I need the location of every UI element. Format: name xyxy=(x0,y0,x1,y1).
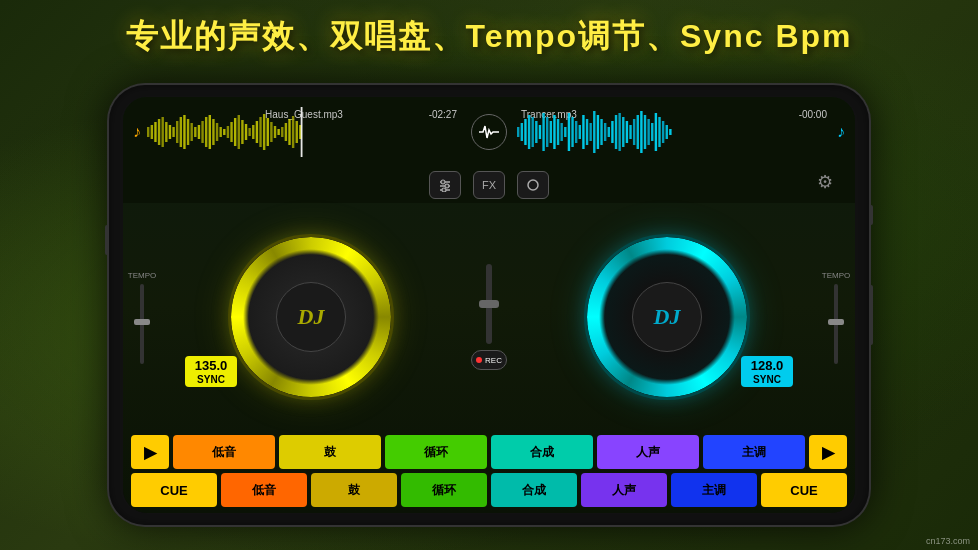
svg-rect-83 xyxy=(658,117,660,147)
svg-rect-36 xyxy=(277,129,279,135)
svg-rect-39 xyxy=(288,119,290,145)
controls-row: FX ⚙ xyxy=(123,167,855,203)
svg-rect-19 xyxy=(216,123,218,141)
tempo-label-left: TEMPO xyxy=(128,271,156,280)
svg-rect-3 xyxy=(158,119,160,145)
page-title: 专业的声效、双唱盘、Tempo调节、Sync Bpm xyxy=(126,18,853,54)
crossfader-track[interactable] xyxy=(486,264,492,344)
svg-rect-29 xyxy=(252,125,254,139)
svg-rect-9 xyxy=(180,117,182,147)
slider-thumb-right[interactable] xyxy=(828,319,844,325)
svg-rect-16 xyxy=(205,117,207,147)
svg-rect-27 xyxy=(245,124,247,140)
svg-rect-62 xyxy=(582,115,584,149)
svg-rect-34 xyxy=(270,122,272,142)
rec-dot xyxy=(476,357,482,363)
fx-button[interactable]: FX xyxy=(473,171,505,199)
svg-rect-18 xyxy=(212,119,214,145)
pad-key-2[interactable]: 主调 xyxy=(671,473,757,507)
svg-rect-50 xyxy=(539,125,541,139)
svg-rect-23 xyxy=(230,122,232,142)
turntable-left[interactable]: DJ 135.0 SYNC xyxy=(153,237,469,397)
svg-rect-22 xyxy=(227,126,229,138)
pad-loop-2[interactable]: 循环 xyxy=(401,473,487,507)
tempo-slider-right[interactable]: TEMPO xyxy=(825,203,847,431)
pad-bass-1[interactable]: 低音 xyxy=(173,435,275,469)
svg-rect-24 xyxy=(234,118,236,146)
svg-rect-7 xyxy=(172,127,174,137)
svg-rect-21 xyxy=(223,129,225,135)
tempo-label-right: TEMPO xyxy=(822,271,850,280)
svg-rect-26 xyxy=(241,120,243,144)
turntable-right[interactable]: DJ 128.0 SYNC xyxy=(509,237,825,397)
svg-rect-64 xyxy=(589,123,591,141)
waveform-left[interactable]: Haus_Guest.mp3 -02:27 xyxy=(147,107,461,157)
pad-key-1[interactable]: 主调 xyxy=(703,435,805,469)
svg-rect-35 xyxy=(274,126,276,138)
waveform-right[interactable]: Trancer.mp3 -00:00 xyxy=(517,107,831,157)
play-button-right[interactable]: ▶ xyxy=(809,435,847,469)
pad-synth-1[interactable]: 合成 xyxy=(491,435,593,469)
play-button-left[interactable]: ▶ xyxy=(131,435,169,469)
svg-rect-71 xyxy=(615,115,617,149)
pad-vocal-2[interactable]: 人声 xyxy=(581,473,667,507)
waveform-section: ♪ Haus_Guest.mp3 -02:27 xyxy=(123,97,855,167)
svg-point-88 xyxy=(441,180,445,184)
svg-rect-10 xyxy=(183,115,185,149)
heartbeat-icon[interactable] xyxy=(471,114,507,150)
svg-rect-55 xyxy=(557,119,559,145)
pad-bass-2[interactable]: 低音 xyxy=(221,473,307,507)
tempo-display-right[interactable]: 128.0 SYNC xyxy=(741,356,793,387)
slider-thumb-left[interactable] xyxy=(134,319,150,325)
svg-rect-70 xyxy=(611,121,613,143)
pad-drum-1[interactable]: 鼓 xyxy=(279,435,381,469)
svg-rect-37 xyxy=(281,127,283,137)
settings-button[interactable]: ⚙ xyxy=(817,171,845,199)
phone-button-right-mid xyxy=(869,285,873,345)
tempo-slider-left[interactable]: TEMPO xyxy=(131,203,153,431)
svg-rect-76 xyxy=(633,119,635,145)
svg-rect-48 xyxy=(531,117,533,147)
svg-rect-17 xyxy=(209,115,211,149)
tempo-value-right: 128.0 xyxy=(747,358,787,374)
svg-rect-56 xyxy=(560,123,562,141)
svg-rect-81 xyxy=(651,123,653,141)
sync-label-left: SYNC xyxy=(191,374,231,385)
dj-main: TEMPO DJ 135.0 xyxy=(123,203,855,431)
pad-drum-2[interactable]: 鼓 xyxy=(311,473,397,507)
cue-button-right[interactable]: CUE xyxy=(761,473,847,507)
svg-rect-58 xyxy=(568,113,570,151)
crossfader-thumb[interactable] xyxy=(479,300,499,308)
svg-rect-12 xyxy=(190,123,192,141)
disc-center-left: DJ xyxy=(276,282,346,352)
disc-left[interactable]: DJ xyxy=(231,237,391,397)
disc-right[interactable]: DJ xyxy=(587,237,747,397)
tempo-display-left[interactable]: 135.0 SYNC xyxy=(185,356,237,387)
cue-button-left[interactable]: CUE xyxy=(131,473,217,507)
svg-rect-1 xyxy=(151,125,153,139)
svg-rect-61 xyxy=(579,125,581,139)
svg-rect-74 xyxy=(626,121,628,143)
pad-vocal-1[interactable]: 人声 xyxy=(597,435,699,469)
svg-rect-84 xyxy=(662,121,664,143)
phone-button-left xyxy=(105,225,109,255)
loop-button[interactable] xyxy=(517,171,549,199)
svg-rect-80 xyxy=(647,119,649,145)
pad-loop-1[interactable]: 循环 xyxy=(385,435,487,469)
watermark: cn173.com xyxy=(926,536,970,546)
pad-synth-2[interactable]: 合成 xyxy=(491,473,577,507)
eq-button[interactable] xyxy=(429,171,461,199)
svg-rect-73 xyxy=(622,117,624,147)
sync-label-right: SYNC xyxy=(747,374,787,385)
slider-track-left xyxy=(140,284,144,364)
rec-button[interactable]: REC xyxy=(471,350,507,370)
svg-rect-65 xyxy=(593,111,595,153)
svg-rect-78 xyxy=(640,111,642,153)
svg-rect-69 xyxy=(608,127,610,137)
music-icon-left: ♪ xyxy=(133,123,141,141)
svg-rect-44 xyxy=(517,127,519,137)
disc-center-right: DJ xyxy=(632,282,702,352)
svg-rect-75 xyxy=(629,125,631,139)
svg-rect-40 xyxy=(292,116,294,148)
svg-point-93 xyxy=(528,180,538,190)
